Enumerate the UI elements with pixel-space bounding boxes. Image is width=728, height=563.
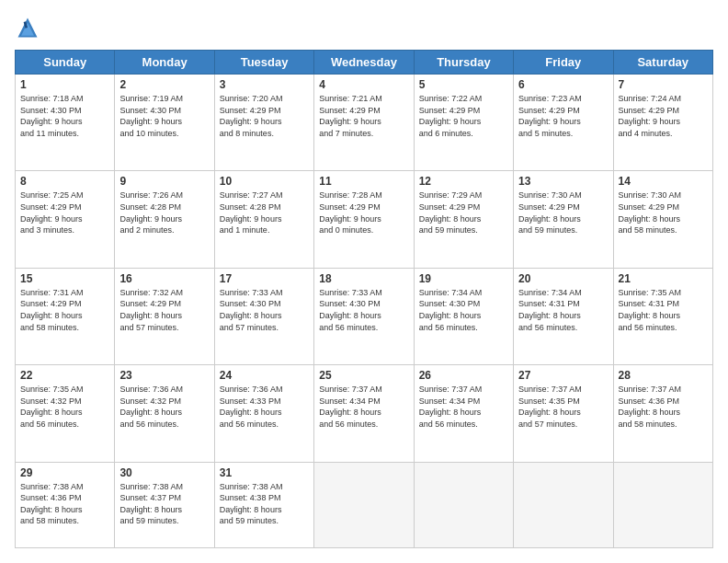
calendar-cell: 18Sunrise: 7:33 AM Sunset: 4:30 PM Dayli… bbox=[314, 268, 414, 364]
calendar-cell: 1Sunrise: 7:18 AM Sunset: 4:30 PM Daylig… bbox=[16, 75, 115, 171]
day-info: Sunrise: 7:36 AM Sunset: 4:33 PM Dayligh… bbox=[220, 384, 309, 430]
day-info: Sunrise: 7:35 AM Sunset: 4:31 PM Dayligh… bbox=[619, 287, 708, 333]
day-number: 30 bbox=[119, 466, 209, 479]
calendar-week-5: 29Sunrise: 7:38 AM Sunset: 4:36 PM Dayli… bbox=[16, 462, 713, 548]
calendar-cell bbox=[613, 462, 712, 548]
day-info: Sunrise: 7:36 AM Sunset: 4:32 PM Dayligh… bbox=[119, 384, 209, 430]
calendar-cell: 31Sunrise: 7:38 AM Sunset: 4:38 PM Dayli… bbox=[214, 462, 313, 548]
day-number: 15 bbox=[20, 272, 109, 285]
day-number: 2 bbox=[119, 78, 209, 91]
calendar-cell: 14Sunrise: 7:30 AM Sunset: 4:29 PM Dayli… bbox=[613, 171, 712, 268]
day-info: Sunrise: 7:18 AM Sunset: 4:30 PM Dayligh… bbox=[20, 93, 109, 139]
day-info: Sunrise: 7:38 AM Sunset: 4:37 PM Dayligh… bbox=[119, 481, 209, 527]
calendar-cell bbox=[314, 462, 414, 548]
weekday-monday: Monday bbox=[115, 51, 214, 75]
calendar-cell bbox=[414, 462, 513, 548]
calendar-cell: 12Sunrise: 7:29 AM Sunset: 4:29 PM Dayli… bbox=[414, 171, 513, 268]
day-info: Sunrise: 7:27 AM Sunset: 4:28 PM Dayligh… bbox=[220, 190, 309, 236]
day-info: Sunrise: 7:31 AM Sunset: 4:29 PM Dayligh… bbox=[20, 287, 109, 333]
day-info: Sunrise: 7:37 AM Sunset: 4:34 PM Dayligh… bbox=[319, 384, 408, 430]
day-info: Sunrise: 7:33 AM Sunset: 4:30 PM Dayligh… bbox=[220, 287, 309, 333]
weekday-header-row: SundayMondayTuesdayWednesdayThursdayFrid… bbox=[16, 51, 713, 75]
calendar-cell: 2Sunrise: 7:19 AM Sunset: 4:30 PM Daylig… bbox=[115, 75, 214, 171]
calendar-cell: 20Sunrise: 7:34 AM Sunset: 4:31 PM Dayli… bbox=[514, 268, 613, 364]
weekday-saturday: Saturday bbox=[613, 51, 712, 75]
weekday-thursday: Thursday bbox=[414, 51, 513, 75]
day-info: Sunrise: 7:25 AM Sunset: 4:29 PM Dayligh… bbox=[20, 190, 109, 236]
weekday-tuesday: Tuesday bbox=[214, 51, 313, 75]
calendar-cell: 5Sunrise: 7:22 AM Sunset: 4:29 PM Daylig… bbox=[414, 75, 513, 171]
header bbox=[15, 15, 713, 40]
calendar-week-1: 1Sunrise: 7:18 AM Sunset: 4:30 PM Daylig… bbox=[16, 75, 713, 171]
calendar-cell: 24Sunrise: 7:36 AM Sunset: 4:33 PM Dayli… bbox=[214, 365, 313, 462]
calendar-cell: 3Sunrise: 7:20 AM Sunset: 4:29 PM Daylig… bbox=[214, 75, 313, 171]
day-number: 9 bbox=[119, 175, 209, 188]
calendar-cell: 27Sunrise: 7:37 AM Sunset: 4:35 PM Dayli… bbox=[514, 365, 613, 462]
calendar-cell: 28Sunrise: 7:37 AM Sunset: 4:36 PM Dayli… bbox=[613, 365, 712, 462]
calendar-cell: 9Sunrise: 7:26 AM Sunset: 4:28 PM Daylig… bbox=[115, 171, 214, 268]
weekday-friday: Friday bbox=[514, 51, 613, 75]
weekday-wednesday: Wednesday bbox=[314, 51, 414, 75]
day-number: 28 bbox=[619, 369, 708, 382]
calendar-cell: 19Sunrise: 7:34 AM Sunset: 4:30 PM Dayli… bbox=[414, 268, 513, 364]
day-number: 29 bbox=[20, 466, 109, 479]
calendar-week-4: 22Sunrise: 7:35 AM Sunset: 4:32 PM Dayli… bbox=[16, 365, 713, 462]
calendar-cell: 16Sunrise: 7:32 AM Sunset: 4:29 PM Dayli… bbox=[115, 268, 214, 364]
day-info: Sunrise: 7:34 AM Sunset: 4:31 PM Dayligh… bbox=[518, 287, 608, 333]
day-number: 25 bbox=[319, 369, 408, 382]
day-number: 14 bbox=[619, 175, 708, 188]
day-number: 22 bbox=[20, 369, 109, 382]
day-info: Sunrise: 7:30 AM Sunset: 4:29 PM Dayligh… bbox=[619, 190, 708, 236]
day-number: 8 bbox=[20, 175, 109, 188]
calendar-cell: 4Sunrise: 7:21 AM Sunset: 4:29 PM Daylig… bbox=[314, 75, 414, 171]
day-number: 12 bbox=[419, 175, 508, 188]
day-number: 23 bbox=[119, 369, 209, 382]
day-number: 16 bbox=[119, 272, 209, 285]
calendar-cell: 13Sunrise: 7:30 AM Sunset: 4:29 PM Dayli… bbox=[514, 171, 613, 268]
calendar-body: 1Sunrise: 7:18 AM Sunset: 4:30 PM Daylig… bbox=[16, 75, 713, 548]
day-info: Sunrise: 7:20 AM Sunset: 4:29 PM Dayligh… bbox=[220, 93, 309, 139]
day-info: Sunrise: 7:19 AM Sunset: 4:30 PM Dayligh… bbox=[119, 93, 209, 139]
day-info: Sunrise: 7:29 AM Sunset: 4:29 PM Dayligh… bbox=[419, 190, 508, 236]
calendar-cell: 15Sunrise: 7:31 AM Sunset: 4:29 PM Dayli… bbox=[16, 268, 115, 364]
calendar-cell: 29Sunrise: 7:38 AM Sunset: 4:36 PM Dayli… bbox=[16, 462, 115, 548]
calendar-cell: 11Sunrise: 7:28 AM Sunset: 4:29 PM Dayli… bbox=[314, 171, 414, 268]
day-number: 31 bbox=[220, 466, 309, 479]
calendar-cell: 25Sunrise: 7:37 AM Sunset: 4:34 PM Dayli… bbox=[314, 365, 414, 462]
day-number: 10 bbox=[220, 175, 309, 188]
logo bbox=[15, 15, 44, 40]
day-info: Sunrise: 7:24 AM Sunset: 4:29 PM Dayligh… bbox=[619, 93, 708, 139]
day-info: Sunrise: 7:32 AM Sunset: 4:29 PM Dayligh… bbox=[119, 287, 209, 333]
calendar-cell: 6Sunrise: 7:23 AM Sunset: 4:29 PM Daylig… bbox=[514, 75, 613, 171]
day-number: 17 bbox=[220, 272, 309, 285]
day-number: 18 bbox=[319, 272, 408, 285]
day-number: 6 bbox=[518, 78, 608, 91]
calendar-cell bbox=[514, 462, 613, 548]
day-number: 24 bbox=[220, 369, 309, 382]
calendar-cell: 26Sunrise: 7:37 AM Sunset: 4:34 PM Dayli… bbox=[414, 365, 513, 462]
day-info: Sunrise: 7:30 AM Sunset: 4:29 PM Dayligh… bbox=[518, 190, 608, 236]
day-number: 21 bbox=[619, 272, 708, 285]
day-info: Sunrise: 7:21 AM Sunset: 4:29 PM Dayligh… bbox=[319, 93, 408, 139]
day-info: Sunrise: 7:35 AM Sunset: 4:32 PM Dayligh… bbox=[20, 384, 109, 430]
day-number: 1 bbox=[20, 78, 109, 91]
day-info: Sunrise: 7:38 AM Sunset: 4:38 PM Dayligh… bbox=[220, 481, 309, 527]
day-number: 20 bbox=[518, 272, 608, 285]
day-info: Sunrise: 7:33 AM Sunset: 4:30 PM Dayligh… bbox=[319, 287, 408, 333]
day-number: 5 bbox=[419, 78, 508, 91]
calendar-cell: 23Sunrise: 7:36 AM Sunset: 4:32 PM Dayli… bbox=[115, 365, 214, 462]
calendar-cell: 21Sunrise: 7:35 AM Sunset: 4:31 PM Dayli… bbox=[613, 268, 712, 364]
day-number: 7 bbox=[619, 78, 708, 91]
day-number: 19 bbox=[419, 272, 508, 285]
day-number: 13 bbox=[518, 175, 608, 188]
calendar-cell: 17Sunrise: 7:33 AM Sunset: 4:30 PM Dayli… bbox=[214, 268, 313, 364]
calendar-week-2: 8Sunrise: 7:25 AM Sunset: 4:29 PM Daylig… bbox=[16, 171, 713, 268]
day-info: Sunrise: 7:37 AM Sunset: 4:34 PM Dayligh… bbox=[419, 384, 508, 430]
day-number: 11 bbox=[319, 175, 408, 188]
calendar-cell: 10Sunrise: 7:27 AM Sunset: 4:28 PM Dayli… bbox=[214, 171, 313, 268]
calendar-cell: 7Sunrise: 7:24 AM Sunset: 4:29 PM Daylig… bbox=[613, 75, 712, 171]
calendar-cell: 22Sunrise: 7:35 AM Sunset: 4:32 PM Dayli… bbox=[16, 365, 115, 462]
day-number: 26 bbox=[419, 369, 508, 382]
day-info: Sunrise: 7:28 AM Sunset: 4:29 PM Dayligh… bbox=[319, 190, 408, 236]
day-info: Sunrise: 7:37 AM Sunset: 4:36 PM Dayligh… bbox=[619, 384, 708, 430]
